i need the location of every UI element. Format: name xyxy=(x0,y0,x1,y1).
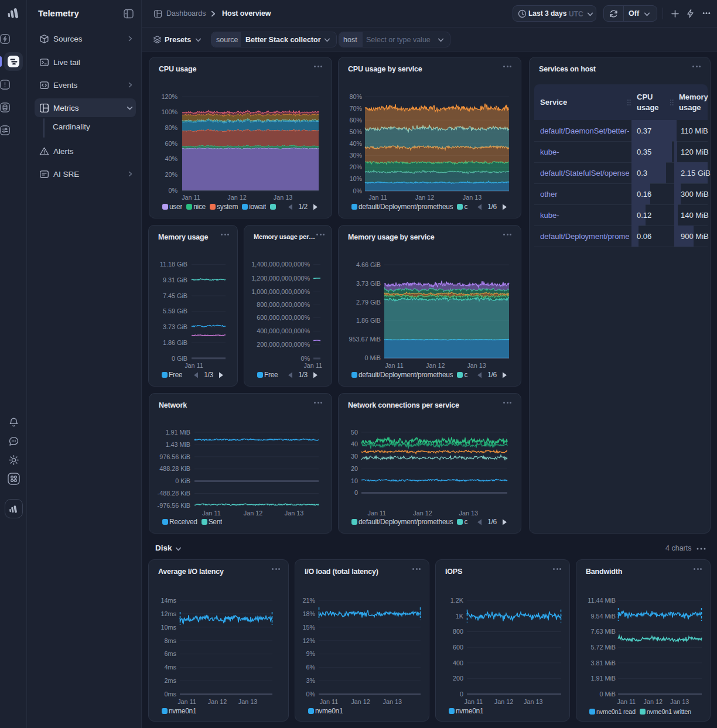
svg-text:Jan 12: Jan 12 xyxy=(208,698,227,705)
svg-text:9.54 MiB: 9.54 MiB xyxy=(590,613,616,620)
svg-text:60%: 60% xyxy=(165,140,177,147)
svg-text:Jan 13: Jan 13 xyxy=(467,362,486,369)
svg-text:20%: 20% xyxy=(165,171,177,178)
svg-text:Jan 12: Jan 12 xyxy=(415,194,434,201)
svg-text:1K: 1K xyxy=(456,613,464,620)
svg-text:2.79 GiB: 2.79 GiB xyxy=(356,299,381,306)
svg-text:4ms: 4ms xyxy=(165,664,177,671)
svg-text:1.86 GiB: 1.86 GiB xyxy=(356,317,381,324)
svg-text:200: 200 xyxy=(453,675,463,682)
svg-text:0%: 0% xyxy=(301,355,310,362)
svg-text:60%: 60% xyxy=(349,117,362,124)
svg-text:Jan 12: Jan 12 xyxy=(413,510,432,517)
svg-text:Jan 12: Jan 12 xyxy=(351,698,370,705)
svg-text:Jan 11: Jan 11 xyxy=(202,510,221,517)
svg-text:-488.28 KiB: -488.28 KiB xyxy=(158,490,190,497)
svg-text:0 GiB: 0 GiB xyxy=(172,355,187,362)
svg-text:Jan 11: Jan 11 xyxy=(368,194,387,201)
svg-text:2ms: 2ms xyxy=(165,677,177,684)
svg-text:Jan 11: Jan 11 xyxy=(385,362,404,369)
svg-text:80%: 80% xyxy=(349,93,362,100)
svg-text:3.73 GiB: 3.73 GiB xyxy=(163,323,187,330)
svg-text:40%: 40% xyxy=(349,140,362,147)
svg-text:0: 0 xyxy=(460,691,463,698)
svg-text:15%: 15% xyxy=(302,624,315,631)
svg-text:Jan 13: Jan 13 xyxy=(459,510,477,517)
svg-text:Jan 12: Jan 12 xyxy=(643,698,662,705)
svg-text:6%: 6% xyxy=(306,664,315,671)
svg-text:0 MiB: 0 MiB xyxy=(599,691,616,698)
svg-text:976.56 KiB: 976.56 KiB xyxy=(159,453,190,460)
svg-text:20: 20 xyxy=(351,465,358,472)
svg-text:12ms: 12ms xyxy=(161,610,177,617)
svg-text:Jan 13: Jan 13 xyxy=(524,698,542,705)
svg-text:7.63 MiB: 7.63 MiB xyxy=(590,628,616,635)
svg-text:953.67 MiB: 953.67 MiB xyxy=(349,336,381,343)
svg-text:30: 30 xyxy=(351,453,358,460)
svg-text:0ms: 0ms xyxy=(165,691,177,698)
svg-text:6ms: 6ms xyxy=(165,650,177,657)
svg-text:0: 0 xyxy=(354,489,358,496)
svg-text:Jan 11: Jan 11 xyxy=(464,698,483,705)
svg-text:0%: 0% xyxy=(168,187,177,194)
svg-text:Jan 11: Jan 11 xyxy=(185,362,203,369)
svg-text:200,000,000,000%: 200,000,000,000% xyxy=(257,341,310,348)
svg-text:3%: 3% xyxy=(306,677,315,684)
svg-text:10: 10 xyxy=(351,477,358,484)
svg-text:Jan 11: Jan 11 xyxy=(177,698,196,705)
svg-text:70%: 70% xyxy=(349,105,362,112)
svg-text:Jan 12: Jan 12 xyxy=(227,194,246,201)
svg-text:Jan 13: Jan 13 xyxy=(383,698,401,705)
svg-text:3.73 GiB: 3.73 GiB xyxy=(356,280,381,287)
svg-text:9.31 GiB: 9.31 GiB xyxy=(163,276,187,283)
svg-text:14ms: 14ms xyxy=(161,597,177,604)
svg-text:50%: 50% xyxy=(349,128,362,135)
svg-text:Jan 11: Jan 11 xyxy=(182,194,200,201)
svg-text:1,000,000,000,000%: 1,000,000,000,000% xyxy=(251,288,310,295)
svg-text:0 KiB: 0 KiB xyxy=(175,477,190,484)
svg-text:Jan 12: Jan 12 xyxy=(494,698,513,705)
svg-text:Jan 12: Jan 12 xyxy=(426,362,445,369)
svg-text:9%: 9% xyxy=(306,650,315,657)
svg-text:12%: 12% xyxy=(302,637,315,644)
svg-text:1.91 MiB: 1.91 MiB xyxy=(165,429,190,436)
svg-text:600: 600 xyxy=(453,644,463,651)
svg-text:-976.56 KiB: -976.56 KiB xyxy=(158,502,190,509)
svg-text:50: 50 xyxy=(351,429,358,436)
svg-text:4.66 GiB: 4.66 GiB xyxy=(356,261,381,268)
svg-text:1.86 GiB: 1.86 GiB xyxy=(163,339,187,346)
svg-text:18%: 18% xyxy=(302,610,315,617)
svg-text:30%: 30% xyxy=(349,152,362,159)
svg-text:5.59 GiB: 5.59 GiB xyxy=(163,307,187,315)
svg-text:400,000,000,000%: 400,000,000,000% xyxy=(257,327,310,334)
svg-text:Jan 12: Jan 12 xyxy=(244,510,262,517)
svg-text:11.44 MiB: 11.44 MiB xyxy=(588,597,616,604)
svg-text:1.2K: 1.2K xyxy=(450,597,464,604)
svg-text:Jan 11: Jan 11 xyxy=(617,698,636,705)
svg-text:100%: 100% xyxy=(161,108,177,115)
svg-text:80%: 80% xyxy=(165,124,177,131)
svg-text:40: 40 xyxy=(351,440,358,447)
svg-text:1,400,000,000,000%: 1,400,000,000,000% xyxy=(251,261,310,268)
svg-text:Jan 11: Jan 11 xyxy=(320,698,339,705)
svg-text:0%: 0% xyxy=(353,187,362,194)
svg-text:11.18 GiB: 11.18 GiB xyxy=(160,261,187,268)
svg-text:5.72 MiB: 5.72 MiB xyxy=(590,644,616,651)
svg-text:120%: 120% xyxy=(161,93,177,100)
svg-text:Jan 13: Jan 13 xyxy=(463,194,482,201)
svg-text:600,000,000,000%: 600,000,000,000% xyxy=(257,314,310,321)
svg-text:800: 800 xyxy=(453,628,463,635)
svg-text:1.43 MiB: 1.43 MiB xyxy=(165,441,190,448)
svg-text:800,000,000,000%: 800,000,000,000% xyxy=(257,301,310,308)
svg-text:Jan 13: Jan 13 xyxy=(285,510,303,517)
svg-text:Jan 13: Jan 13 xyxy=(238,698,257,705)
svg-text:0 MiB: 0 MiB xyxy=(364,354,381,361)
svg-text:488.28 KiB: 488.28 KiB xyxy=(159,465,190,472)
svg-text:40%: 40% xyxy=(165,155,177,162)
svg-text:10ms: 10ms xyxy=(161,624,177,631)
svg-text:21%: 21% xyxy=(302,597,315,604)
svg-text:400: 400 xyxy=(453,659,463,667)
svg-text:7.45 GiB: 7.45 GiB xyxy=(163,292,187,299)
svg-text:Jan 11: Jan 11 xyxy=(303,362,322,369)
svg-text:1,200,000,000,000%: 1,200,000,000,000% xyxy=(251,275,310,282)
